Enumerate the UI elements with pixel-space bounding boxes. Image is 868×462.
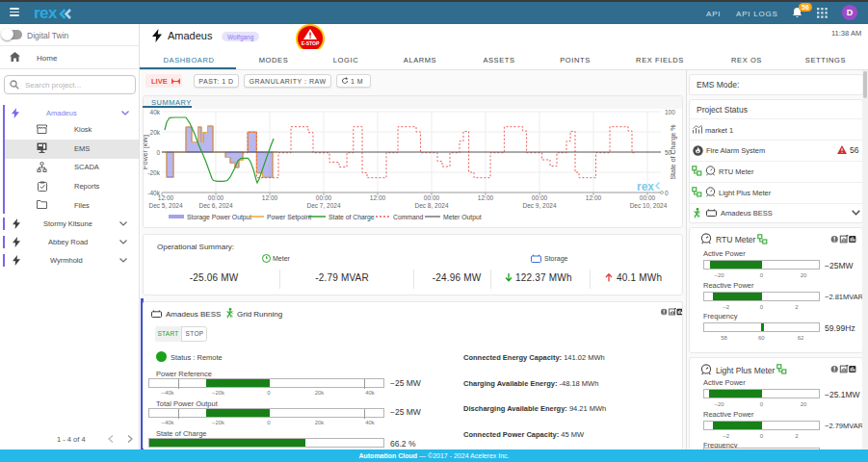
svg-text:-20k: -20k: [147, 169, 160, 176]
svg-text:0: 0: [665, 190, 669, 196]
svg-text:00:00: 00:00: [316, 194, 332, 201]
svg-text:12:00: 12:00: [262, 194, 278, 201]
svg-text:Power [kW]: Power [kW]: [144, 135, 149, 169]
svg-text:Meter Output: Meter Output: [443, 214, 482, 221]
svg-text:State of Charge: State of Charge: [329, 214, 375, 221]
svg-text:State of Charge %: State of Charge %: [670, 124, 677, 179]
svg-text:Dec 10, 2024: Dec 10, 2024: [630, 202, 668, 209]
svg-text:Dec 9, 2024: Dec 9, 2024: [522, 202, 556, 209]
svg-text:40k: 40k: [150, 109, 161, 116]
svg-text:12:00: 12:00: [478, 194, 494, 201]
svg-text:12:00: 12:00: [158, 194, 174, 201]
svg-text:12:00: 12:00: [370, 194, 386, 201]
svg-text:12:00: 12:00: [586, 194, 602, 201]
svg-text:Command: Command: [393, 214, 424, 220]
svg-text:00:00: 00:00: [640, 194, 656, 201]
svg-text:Dec 7, 2024: Dec 7, 2024: [306, 202, 340, 209]
svg-text:0: 0: [156, 149, 160, 156]
svg-text:00:00: 00:00: [208, 194, 224, 201]
svg-text:Dec 5, 2024: Dec 5, 2024: [148, 202, 182, 209]
svg-text:20k: 20k: [150, 129, 161, 136]
svg-text:Power Setpoint: Power Setpoint: [267, 214, 311, 221]
svg-text:Dec 6, 2024: Dec 6, 2024: [198, 202, 232, 209]
svg-text:00:00: 00:00: [532, 194, 548, 201]
svg-text:Dec 8, 2024: Dec 8, 2024: [414, 202, 448, 209]
svg-text:rex: rex: [637, 180, 654, 193]
svg-text:100: 100: [665, 109, 675, 116]
svg-text:00:00: 00:00: [424, 194, 440, 201]
svg-text:Storage Power Output: Storage Power Output: [187, 214, 251, 221]
